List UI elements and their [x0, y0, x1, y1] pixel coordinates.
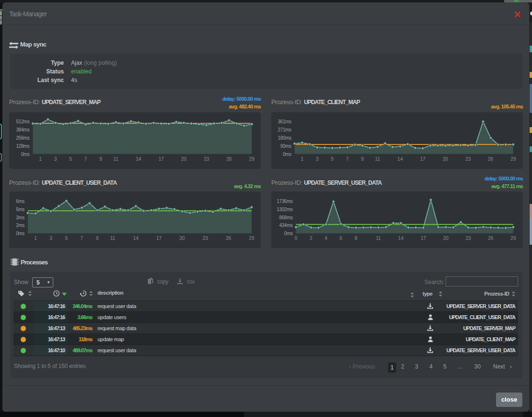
svg-text:29: 29 — [249, 236, 254, 241]
svg-text:434ms: 434ms — [279, 223, 292, 228]
svg-text:6ms: 6ms — [16, 199, 24, 204]
svg-text:26: 26 — [227, 156, 232, 162]
svg-text:14: 14 — [136, 156, 142, 162]
svg-text:90ms: 90ms — [280, 143, 291, 149]
svg-text:23: 23 — [203, 236, 208, 241]
svg-text:3: 3 — [49, 236, 52, 241]
svg-text:256ms: 256ms — [16, 135, 29, 141]
svg-text:3: 3 — [316, 156, 319, 162]
svg-text:8: 8 — [355, 236, 358, 241]
svg-text:23: 23 — [204, 156, 209, 162]
svg-text:26: 26 — [488, 236, 494, 241]
svg-text:180ms: 180ms — [278, 135, 291, 141]
svg-text:5ms: 5ms — [16, 207, 24, 212]
svg-text:11: 11 — [110, 236, 116, 241]
svg-text:14: 14 — [133, 236, 139, 241]
svg-text:29: 29 — [249, 156, 255, 162]
svg-text:23: 23 — [466, 236, 472, 241]
svg-text:0ms: 0ms — [283, 152, 291, 157]
svg-text:6: 6 — [339, 236, 342, 241]
svg-text:868ms: 868ms — [279, 215, 292, 220]
svg-text:512ms: 512ms — [16, 119, 29, 124]
svg-text:1302ms: 1302ms — [277, 207, 293, 212]
svg-text:7: 7 — [81, 236, 84, 241]
svg-text:128ms: 128ms — [16, 143, 29, 149]
svg-text:17: 17 — [420, 156, 426, 162]
svg-text:0: 0 — [295, 236, 298, 241]
svg-text:11: 11 — [376, 236, 381, 241]
svg-text:1736ms: 1736ms — [277, 199, 293, 204]
svg-text:9: 9 — [96, 236, 99, 241]
svg-text:1: 1 — [34, 236, 37, 241]
svg-text:2ms: 2ms — [16, 223, 24, 228]
svg-text:384ms: 384ms — [16, 127, 29, 132]
svg-text:7: 7 — [346, 156, 349, 162]
svg-text:17: 17 — [421, 236, 426, 241]
svg-text:20: 20 — [180, 236, 185, 241]
svg-text:9: 9 — [361, 156, 364, 162]
svg-text:5: 5 — [331, 156, 334, 162]
svg-text:20: 20 — [443, 236, 449, 241]
svg-text:0ms: 0ms — [16, 231, 24, 236]
svg-text:14: 14 — [398, 156, 403, 162]
svg-text:5: 5 — [65, 236, 68, 241]
svg-text:1: 1 — [39, 156, 42, 162]
svg-text:9: 9 — [99, 156, 102, 162]
svg-text:271ms: 271ms — [278, 127, 291, 132]
svg-text:29: 29 — [510, 156, 516, 162]
svg-text:26: 26 — [488, 156, 494, 162]
svg-text:20: 20 — [181, 156, 187, 162]
svg-text:14: 14 — [398, 236, 404, 241]
svg-text:20: 20 — [443, 156, 448, 162]
svg-text:5: 5 — [69, 156, 72, 162]
svg-text:0ms: 0ms — [21, 152, 30, 157]
svg-text:17: 17 — [157, 236, 162, 241]
svg-text:17: 17 — [158, 156, 164, 162]
svg-text:29: 29 — [510, 236, 516, 241]
svg-text:4: 4 — [325, 236, 327, 241]
svg-text:361ms: 361ms — [278, 119, 291, 124]
svg-text:2: 2 — [310, 236, 313, 241]
svg-text:3: 3 — [54, 156, 57, 162]
svg-text:11: 11 — [375, 156, 380, 162]
svg-text:11: 11 — [113, 156, 119, 162]
svg-text:7: 7 — [85, 156, 87, 162]
svg-text:0ms: 0ms — [284, 231, 293, 236]
svg-text:3ms: 3ms — [16, 215, 24, 220]
svg-text:1: 1 — [301, 156, 304, 162]
svg-text:23: 23 — [465, 156, 471, 162]
svg-text:26: 26 — [226, 236, 231, 241]
